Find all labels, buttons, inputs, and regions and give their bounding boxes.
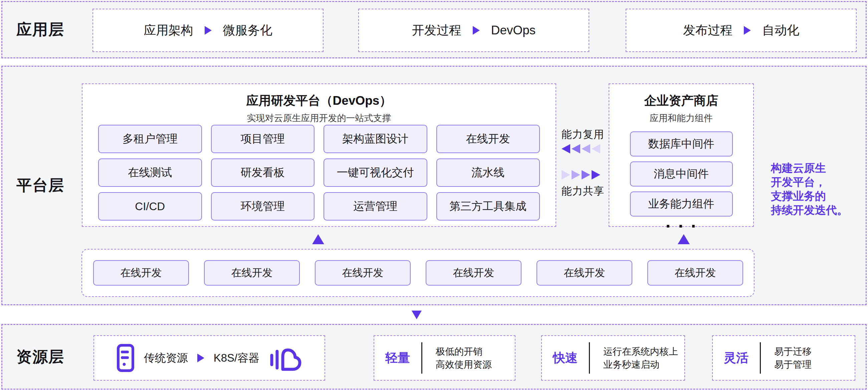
app-architecture-to: 微服务化 [223,22,272,39]
devops-panel-title: 应用研发平台（DevOps） [83,92,556,109]
capability-card: 环境管理 [211,192,315,221]
arrow-up-icon [678,234,690,244]
online-dev-card: 在线开发 [426,260,522,286]
capability-share-label: 能力共享 [561,184,608,198]
dev-process-box: 开发过程 DevOps [358,9,589,52]
online-dev-card: 在线开发 [536,260,632,286]
online-dev-card: 在线开发 [204,260,300,286]
feature-flexible-box: 灵活 易于迁移 易于管理 [712,335,855,381]
feature-name: 灵活 [724,350,758,366]
arrow-right-icon [473,26,480,35]
feature-name: 轻量 [385,350,420,366]
capability-card: 在线测试 [98,159,202,187]
capability-exchange: 能力复用 能力共享 [561,127,608,198]
capability-card: 研发看板 [211,159,315,187]
capability-card: 第三方工具集成 [436,192,540,221]
divider [589,342,590,373]
dev-process-from: 开发过程 [412,22,461,39]
arrow-down-icon [412,311,422,319]
app-architecture-from: 应用架构 [144,22,193,39]
dev-process-to: DevOps [491,23,536,37]
asset-card: 数据库中间件 [630,131,733,157]
capability-reuse-label: 能力复用 [561,127,608,141]
asset-card: 消息中间件 [630,161,733,187]
asset-item-list: 数据库中间件 消息中间件 业务能力组件 [630,131,733,217]
online-dev-row: 在线开发 在线开发 在线开发 在线开发 在线开发 在线开发 [82,249,754,297]
capability-card: CI/CD [98,192,202,221]
capability-grid: 多租户管理 项目管理 架构蓝图设计 在线开发 在线测试 研发看板 一键可视化交付… [98,125,540,221]
app-architecture-box: 应用架构 微服务化 [92,9,323,52]
asset-panel-subtitle: 应用和能力组件 [609,112,753,124]
feature-desc: 极低的开销 高效使用资源 [436,345,492,371]
resource-from: 传统资源 [144,351,188,366]
online-dev-card: 在线开发 [647,260,743,286]
online-dev-card: 在线开发 [315,260,411,286]
resource-layer-label: 资源层 [17,347,64,367]
arrows-right-icon [561,170,608,180]
app-layer-label: 应用层 [17,19,64,40]
capability-card: 一键可视化交付 [323,159,427,187]
platform-layer-section: 平台层 应用研发平台（DevOps） 实现对云原生应用开发的一站式支撑 多租户管… [1,66,867,305]
feature-fast-box: 快速 运行在系统内核上 业务秒速启动 [541,335,685,381]
devops-panel-subtitle: 实现对云原生应用开发的一站式支撑 [83,112,556,124]
devops-platform-panel: 应用研发平台（DevOps） 实现对云原生应用开发的一站式支撑 多租户管理 项目… [82,84,556,227]
resource-to: K8S/容器 [214,351,260,366]
capability-card: 多租户管理 [98,125,202,153]
asset-card: 业务能力组件 [630,192,733,217]
arrow-right-icon [744,26,751,35]
arrows-left-icon [561,144,608,154]
cloud-container-icon [269,344,302,372]
arrow-up-icon [312,234,324,244]
capability-card: 运营管理 [323,192,427,221]
arrow-right-icon [205,26,212,35]
feature-light-box: 轻量 极低的开销 高效使用资源 [374,335,516,381]
online-dev-card: 在线开发 [93,260,189,286]
arrow-right-icon [197,354,204,362]
asset-panel-title: 企业资产商店 [609,92,753,109]
platform-layer-label: 平台层 [17,175,64,196]
divider [760,342,761,373]
server-icon [117,344,134,372]
asset-more-dots: ··· [609,218,753,234]
capability-card: 在线开发 [436,125,540,153]
platform-note: 构建云原生 开发平台， 支撑业务的 持续开发迭代。 [771,161,864,217]
feature-desc: 易于迁移 易于管理 [774,345,812,371]
asset-store-panel: 企业资产商店 应用和能力组件 数据库中间件 消息中间件 业务能力组件 ··· [609,84,754,227]
resource-layer-section: 资源层 传统资源 K8S/容器 轻量 极低的开销 高效使用资源 快速 [1,324,867,390]
release-process-to: 自动化 [762,22,799,39]
release-process-from: 发布过程 [683,22,733,39]
cloud-native-architecture-diagram: 应用层 应用架构 微服务化 开发过程 DevOps 发布过程 自动化 平台层 应… [0,0,868,391]
capability-card: 流水线 [436,159,540,187]
app-layer-section: 应用层 应用架构 微服务化 开发过程 DevOps 发布过程 自动化 [1,1,867,58]
release-process-box: 发布过程 自动化 [626,9,857,52]
feature-name: 快速 [553,350,588,366]
capability-card: 项目管理 [211,125,315,153]
feature-desc: 运行在系统内核上 业务秒速启动 [603,345,678,371]
resource-transition-box: 传统资源 K8S/容器 [93,335,325,381]
capability-card: 架构蓝图设计 [323,125,427,153]
divider [421,342,422,373]
